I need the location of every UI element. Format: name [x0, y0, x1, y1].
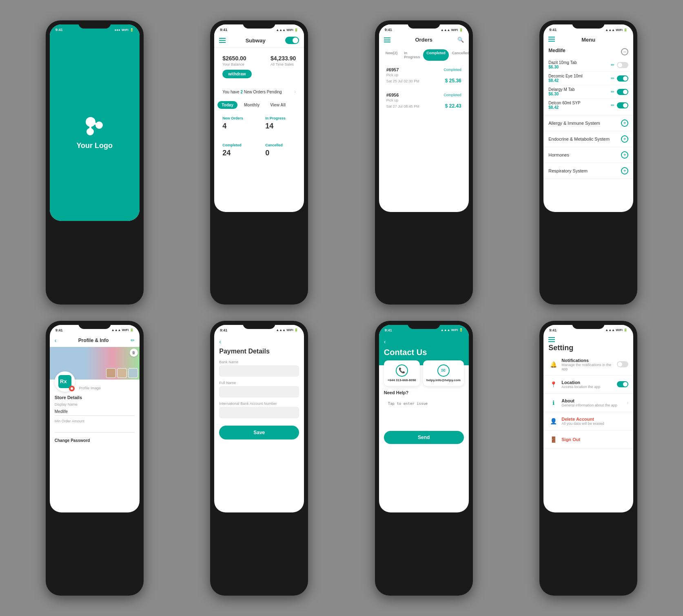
category-endocrine[interactable]: Endocrine & Metabolic System + [543, 131, 633, 147]
need-help-section: Need Help? [379, 386, 469, 428]
about-chevron-icon: › [627, 400, 628, 406]
settings-location[interactable]: 📍 Location Access location the app [543, 375, 633, 394]
stat-completed: Completed 24 [217, 139, 258, 163]
stat-new-orders: New Orders 4 [217, 112, 258, 137]
expand-icon-respiratory[interactable]: + [621, 167, 628, 174]
filter-row: Today Monthly View All [214, 101, 304, 112]
order2-id: #6956 [386, 93, 399, 97]
profile-header: ‹ Profile & Info ✏ [50, 334, 140, 347]
edit-icon-3[interactable]: ✏ [611, 89, 614, 95]
expand-icon-allergy[interactable]: + [621, 119, 628, 127]
settings-about[interactable]: ℹ About General information about the ap… [543, 394, 633, 412]
expand-icon-hormones[interactable]: + [621, 151, 628, 159]
phone-menu: 9:41 ▲▲▲ WiFi 🔋 Menu Medlife − Dazit 10m… [539, 20, 637, 305]
category-hormones[interactable]: Hormones + [543, 147, 633, 163]
settings-notifications[interactable]: 🔔 Notifications Manage the notifications… [543, 354, 633, 375]
back-arrow-contact-icon[interactable]: ‹ [384, 338, 386, 345]
avatar-badge: Rx [55, 371, 75, 392]
phone-splash: 9:41 ●●●WiFi🔋 Your Logo [46, 20, 144, 305]
notifications-label: Notifications [561, 358, 614, 363]
phone-icon: 📞 [396, 364, 408, 377]
location-label: Location [561, 380, 614, 385]
search-icon[interactable]: 🔍 [457, 37, 464, 43]
category-respiratory[interactable]: Respiratory System + [543, 163, 633, 179]
filter-monthly[interactable]: Monthly [240, 101, 264, 109]
menu-icon-orders[interactable] [384, 38, 390, 42]
medlife-section-title: Medlife [548, 48, 565, 53]
bank-name-input[interactable] [219, 365, 299, 377]
signout-icon: 🚪 [548, 435, 558, 444]
phone-profile: 9:41 ▲▲▲ WiFi 🔋 ‹ Profile & Info ✏ 🗑 [46, 321, 144, 596]
menu-icon[interactable] [219, 38, 226, 43]
location-icon: 📍 [548, 380, 558, 389]
filter-today[interactable]: Today [217, 101, 237, 109]
save-button[interactable]: Save [219, 426, 299, 439]
menu-hamburger-icon[interactable] [548, 37, 555, 43]
edit-icon-4[interactable]: ✏ [611, 103, 614, 108]
expand-icon-endocrine[interactable]: + [621, 135, 628, 143]
display-name-input[interactable] [55, 408, 135, 416]
min-order-label: Min Order Amount [55, 419, 135, 423]
status-toggle[interactable] [285, 37, 299, 44]
settings-delete[interactable]: 👤 Delete Account All you data will be er… [543, 412, 633, 431]
tab-in-progress[interactable]: In Progress [401, 49, 423, 61]
filter-view-all[interactable]: View All [266, 101, 290, 109]
settings-signout[interactable]: 🚪 Sign Out [543, 431, 633, 449]
pending-row[interactable]: You have 2 New Orders Pending › [217, 86, 301, 98]
tab-cancelled[interactable]: Cancelled [449, 49, 469, 61]
menu-title: Menu [555, 37, 622, 43]
issue-textarea[interactable] [384, 397, 464, 422]
completed-value: 24 [222, 149, 253, 157]
edit-icon-1[interactable]: ✏ [611, 62, 614, 68]
svg-point-7 [71, 387, 73, 390]
sales-amount: $4,233.90 [271, 55, 296, 62]
delete-label: Delete Account [561, 417, 628, 422]
logo-text: Your Logo [76, 141, 113, 150]
iban-input[interactable] [219, 407, 299, 418]
toggle-3[interactable] [617, 89, 628, 95]
toggle-2[interactable] [617, 75, 628, 82]
category-allergy[interactable]: Allergy & Immune System + [543, 115, 633, 131]
item1-name: Dazit 10mg Tab [548, 60, 611, 65]
order-card-2[interactable]: #6956 Completed Pick up Sat 27 Jul 08:45… [382, 89, 466, 112]
collapse-icon[interactable]: − [621, 48, 628, 55]
settings-title: Setting [548, 344, 628, 352]
notifications-toggle[interactable] [617, 361, 628, 367]
edit-profile-icon[interactable]: ✏ [131, 338, 135, 343]
tab-new[interactable]: New(2) [382, 49, 401, 61]
min-order-input[interactable] [55, 424, 135, 433]
full-name-label: Full Name [219, 381, 299, 385]
send-button[interactable]: Send [384, 431, 464, 444]
contact-title: Contact Us [384, 348, 464, 357]
toggle-1[interactable] [617, 62, 628, 68]
payment-title: Payment Details [219, 348, 299, 355]
withdraw-button[interactable]: withdraw [222, 70, 251, 78]
location-toggle[interactable] [617, 381, 628, 387]
order-card-1[interactable]: #6957 Completed Pick up Sat 25 Jul 02:30… [382, 64, 466, 87]
need-help-title: Need Help? [384, 390, 464, 395]
delete-banner-button[interactable]: 🗑 [130, 349, 138, 357]
phone-card[interactable]: 📞 +644 313-668-8090 [384, 360, 420, 386]
back-arrow-payment-icon[interactable]: ‹ [219, 338, 221, 345]
order2-pickup: Pick up [386, 98, 461, 102]
tab-completed[interactable]: Completed [423, 49, 449, 61]
completed-label: Completed [222, 143, 253, 147]
full-name-input[interactable] [219, 386, 299, 397]
info-icon: ℹ [548, 398, 558, 408]
orders-header: Orders 🔍 [379, 33, 469, 46]
about-label: About [561, 398, 623, 403]
item4-price: $8.42 [548, 105, 611, 110]
menu-medlife-section: Medlife − Dazit 10mg Tab $6.30 ✏ Decomic… [543, 44, 633, 115]
store-details-section: Store Details Display Name Min Order Amo… [50, 392, 140, 447]
toggle-4[interactable] [617, 102, 628, 108]
hamburger-settings-icon[interactable] [548, 337, 628, 342]
cat3-label: Hormones [548, 152, 569, 157]
order2-date: Sat 27 Jul 08:45 PM [386, 104, 419, 108]
contact-cards: 📞 +644 313-668-8090 ✉ helpy.info@helpy.c… [379, 360, 469, 386]
back-arrow-icon[interactable]: ‹ [55, 337, 57, 344]
svg-line-4 [90, 122, 91, 132]
email-card[interactable]: ✉ helpy.info@helpy.com [423, 360, 464, 386]
order1-date: Sat 25 Jul 02:30 PM [386, 79, 419, 83]
edit-icon-2[interactable]: ✏ [611, 76, 614, 81]
delete-desc: All you data will be erased [561, 422, 628, 426]
